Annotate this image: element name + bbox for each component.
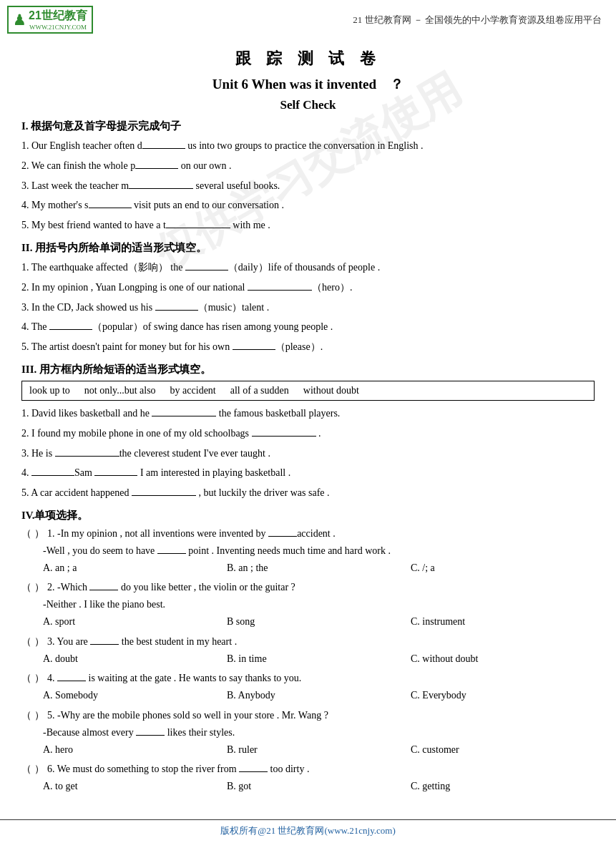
blank (233, 349, 275, 350)
paren: （ (21, 761, 31, 778)
mc-option: C. getting (411, 778, 595, 795)
list-item: 2. We can finish the whole p on our own … (21, 157, 595, 175)
mc-option: A. an ; a (43, 560, 227, 577)
list-item: 3. He is the cleverest student I've ever… (21, 445, 595, 462)
paren: ） (34, 525, 44, 542)
list-item: 3. In the CD, Jack showed us his （music）… (21, 299, 595, 316)
mc-option: B. in time (227, 650, 411, 668)
mc-options: A. to get B. got C. getting (43, 778, 595, 795)
mc-option: C. /; a (411, 560, 595, 577)
mc-option: A. Somebody (43, 687, 227, 704)
q-num: 4. is waiting at the gate . He wants to … (47, 670, 301, 687)
blank (252, 436, 316, 437)
phrase-item: without doubt (303, 385, 359, 396)
blank (248, 290, 312, 291)
list-item: 5. A car accident happened , but luckily… (21, 484, 595, 502)
mc-option: B song (227, 613, 411, 630)
blank (129, 188, 193, 189)
list-item: 5. The artist doesn't paint for money bu… (21, 338, 595, 356)
mc-row: （ ） 2. -Which do you like better , the v… (21, 579, 595, 596)
paren: ） (34, 633, 44, 650)
mc-option: C. Everybody (411, 687, 595, 704)
list-item: 2. I found my mobile phone in one of my … (21, 425, 595, 442)
mc-option: B. ruler (227, 741, 411, 759)
section1-list: 1. Our English teacher often d us into t… (21, 137, 595, 234)
mc-row: （ ） 4. is waiting at the gate . He wants… (21, 670, 595, 687)
blank (31, 475, 74, 476)
paren: ） (34, 761, 44, 778)
q3-text: 3. Last week the teacher m several usefu… (21, 180, 280, 191)
q5-text: 5. My best friend wanted to have a t wit… (21, 220, 270, 230)
list-item: 3. Last week the teacher m several usefu… (21, 177, 595, 195)
subtitle: Unit 6 When was it invented ？ (21, 75, 595, 94)
phrase-item: by accident (170, 385, 216, 396)
blank (268, 536, 297, 537)
q2-text: 2. We can finish the whole p on our own … (21, 160, 231, 171)
list-item: 1. The earthquake affected（影响） the （dail… (21, 259, 595, 276)
mc-options: A. hero B. ruler C. customer (43, 741, 595, 759)
blank (89, 590, 118, 590)
q1-text: 1. Our English teacher often d us into t… (21, 140, 424, 151)
q-num: 3. You are the best student in my heart … (47, 633, 237, 650)
paren: （ (21, 525, 31, 542)
blank (55, 456, 119, 457)
mc-item: （ ） 5. -Why are the mobile phones sold s… (21, 707, 595, 758)
q-num: 6. We must do something to stop the rive… (47, 761, 309, 778)
phrase-item: look up to (29, 385, 70, 396)
q-stem2: -Neither . I like the piano best. (43, 596, 595, 613)
mc-option: B. got (227, 778, 411, 795)
mc-row: （ ） 6. We must do something to stop the … (21, 761, 595, 778)
logo-icon: ♟ (13, 11, 26, 29)
self-check: Self Check (21, 98, 595, 112)
header-tagline: 21 世纪教育网 － 全国领先的中小学教育资源及组卷应用平台 (353, 14, 602, 26)
mc-option: A. to get (43, 778, 227, 795)
content: 跟 踪 测 试 卷 Unit 6 When was it invented ？ … (0, 48, 616, 812)
mc-option: C. without doubt (411, 650, 595, 668)
blank (157, 553, 186, 554)
paren: （ (21, 670, 31, 687)
list-item: 4. My mother's s visit puts an end to ou… (21, 197, 595, 214)
phrase-box: look up to not only...but also by accide… (21, 381, 595, 401)
mc-options: A. doubt B. in time C. without doubt (43, 650, 595, 668)
mc-item: （ ） 6. We must do something to stop the … (21, 761, 595, 795)
list-item: 4. Sam I am interested in playing basket… (21, 464, 595, 482)
paren: ） (34, 579, 44, 596)
blank (142, 148, 185, 149)
mc-option: A. hero (43, 741, 227, 759)
logo-box: ♟ 21世纪教育 WWW.21CNJY.COM (7, 6, 93, 34)
mc-option: C. customer (411, 741, 595, 759)
mc-option: A. doubt (43, 650, 227, 668)
blank (132, 495, 196, 496)
section3-title: III. 用方框内所给短语的适当形式填空。 (21, 363, 595, 376)
footer: 版权所有@21 世纪教育网(www.21cnjy.com) (0, 819, 616, 840)
q-num: 2. -Which do you like better , the violi… (47, 579, 295, 596)
q-stem2: -Well , you do seem to have point . Inve… (43, 542, 595, 560)
logo-area: ♟ 21世纪教育 WWW.21CNJY.COM (7, 6, 93, 34)
q-num: 1. -In my opinion , not all inventions w… (47, 525, 336, 542)
header: ♟ 21世纪教育 WWW.21CNJY.COM 21 世纪教育网 － 全国领先的… (0, 0, 616, 36)
section2-title: II. 用括号内所给单词的适当形式填空。 (21, 241, 595, 255)
blank (155, 310, 198, 311)
blank (136, 735, 165, 736)
mc-option: B. Anybody (227, 687, 411, 704)
section2-list: 1. The earthquake affected（影响） the （dail… (21, 259, 595, 356)
list-item: 2. In my opinion , Yuan Longping is one … (21, 279, 595, 296)
mc-options: A. sport B song C. instrument (43, 613, 595, 630)
mc-options: A. an ; a B. an ; the C. /; a (43, 560, 595, 577)
blank (239, 771, 268, 772)
paren: （ (21, 579, 31, 596)
q-stem2: -Because almost every likes their styles… (43, 724, 595, 741)
mc-option: B. an ; the (227, 560, 411, 577)
blank (94, 475, 137, 476)
list-item: 5. My best friend wanted to have a t wit… (21, 217, 595, 234)
section4-title: IV.单项选择。 (21, 509, 595, 522)
section3-list: 1. David likes basketball and he the fam… (21, 405, 595, 502)
paren: ） (34, 707, 44, 724)
main-title: 跟 踪 测 试 卷 (21, 48, 595, 69)
mc-row: （ ） 1. -In my opinion , not all inventio… (21, 525, 595, 542)
page: ♟ 21世纪教育 WWW.21CNJY.COM 21 世纪教育网 － 全国领先的… (0, 0, 616, 853)
mc-options: A. Somebody B. Anybody C. Everybody (43, 687, 595, 704)
mc-item: （ ） 2. -Which do you like better , the v… (21, 579, 595, 630)
mc-option: C. instrument (411, 613, 595, 630)
blank (152, 416, 216, 416)
